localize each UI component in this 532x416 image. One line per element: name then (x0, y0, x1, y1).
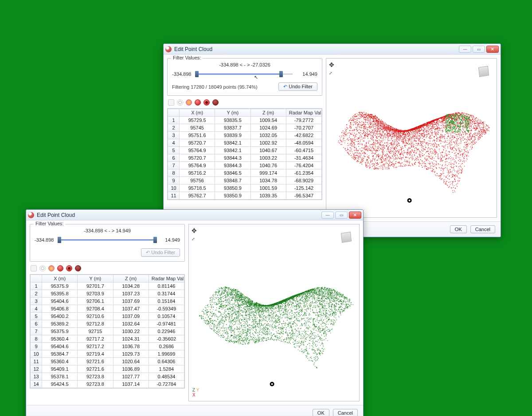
reset-icon[interactable] (48, 265, 55, 271)
minimize-button[interactable]: — (459, 46, 471, 53)
ok-button[interactable]: OK (450, 225, 467, 233)
undo-filter-button[interactable]: ↶ Undo Filter (278, 82, 317, 91)
table-row[interactable]: 195375.992701.71034.280.81146 (31, 283, 184, 290)
range-handle-high[interactable] (279, 71, 283, 77)
table-row[interactable]: 895716.293846.5999.174-61.2354 (168, 169, 322, 177)
column-header[interactable]: X (m) (42, 275, 78, 283)
range-handle-low[interactable] (195, 71, 199, 77)
column-header[interactable]: X (m) (180, 109, 215, 117)
table-row[interactable]: 1195762.793850.91039.35-96.5347 (168, 192, 322, 200)
cell: 92721.6 (78, 358, 113, 365)
cell: 92710.6 (78, 313, 113, 320)
table-row[interactable]: 695720.793844.31003.22-31.4634 (168, 154, 322, 162)
table-row[interactable]: 695389.292712.81032.64-0.97481 (31, 320, 184, 328)
cell: 93844.3 (215, 154, 250, 162)
ok-button[interactable]: OK (313, 409, 329, 416)
cell: 1037.69 (113, 298, 149, 305)
cell: 95720.7 (180, 154, 215, 162)
cell: 92712.8 (78, 320, 113, 328)
cell: 1029.73 (113, 350, 149, 358)
cancel-button[interactable]: Cancel (333, 409, 358, 416)
sphere-dark-icon[interactable] (75, 265, 81, 271)
axis-gizmo: Z Y X (192, 388, 199, 397)
table-row[interactable]: 1495424.592723.81037.14-0.72784 (31, 381, 184, 388)
viewport-3d[interactable]: ✥ ⤢ Z Y (326, 58, 497, 218)
range-min: -334.898 (35, 237, 57, 243)
table-row[interactable]: 99575693848.71034.78-68.9029 (168, 177, 322, 184)
maximize-button[interactable]: ▭ (335, 212, 348, 219)
point-table[interactable]: X (m)Y (m)Z (m)Radar Map Values195375.99… (30, 274, 185, 389)
range-slider[interactable]: -334.898 14.949 (35, 235, 180, 245)
copy-icon[interactable] (31, 265, 37, 271)
table-row[interactable]: 1095384.792719.41029.731.99699 (31, 350, 184, 358)
row-index: 9 (168, 177, 180, 184)
titlebar[interactable]: Edit Point Cloud — ▭ ✕ (164, 44, 501, 55)
table-row[interactable]: 295395.892703.91037.230.31744 (31, 290, 184, 298)
cell: -96.5347 (286, 192, 321, 200)
table-row[interactable]: 1095718.593850.91001.59-125.142 (168, 184, 322, 192)
undo-filter-button[interactable]: ↶ Undo Filter (141, 248, 180, 257)
cell: 0.64306 (149, 358, 184, 365)
table-row[interactable]: 395404.692706.11037.690.15184 (31, 298, 184, 305)
table-row[interactable]: 595764.993842.11040.67-60.4715 (168, 147, 322, 154)
sphere-red-icon[interactable] (195, 99, 201, 106)
sphere-solid-icon[interactable] (66, 265, 72, 271)
cell: -79.2772 (286, 117, 321, 124)
cell: 1036.89 (113, 365, 149, 373)
table-row[interactable]: 795375.9927151030.220.22946 (31, 328, 184, 335)
row-index: 1 (31, 283, 42, 290)
maximize-button[interactable]: ▭ (473, 46, 485, 53)
target-icon[interactable] (177, 99, 183, 106)
point-table[interactable]: X (m)Y (m)Z (m)Radar Map Values195729.59… (167, 108, 322, 200)
row-index: 5 (168, 147, 180, 154)
table-row[interactable]: 1295409.192721.61036.891.5284 (31, 365, 184, 373)
table-row[interactable]: 995404.692717.21036.780.2686 (31, 343, 184, 350)
cell: 1024.31 (113, 335, 149, 343)
row-index: 3 (31, 298, 42, 305)
column-header[interactable]: Z (m) (250, 109, 286, 117)
table-row[interactable]: 595400.292710.61037.090.10574 (31, 313, 184, 320)
minimize-button[interactable]: — (321, 212, 334, 219)
cell: 95762.7 (180, 192, 215, 200)
viewport-3d[interactable]: ✥ ⤢ Z Y X (188, 224, 360, 401)
row-index: 13 (31, 373, 42, 381)
table-row[interactable]: 1395378.192723.81027.770.48534 (31, 373, 184, 381)
table-row[interactable]: 29574593837.71024.69-70.2707 (168, 124, 322, 132)
close-button[interactable]: ✕ (486, 46, 499, 53)
row-index: 9 (31, 343, 42, 350)
table-row[interactable]: 1195360.492721.61020.640.64306 (31, 358, 184, 365)
cell: -60.4715 (286, 147, 321, 154)
row-index: 7 (31, 328, 42, 335)
range-fill (59, 239, 155, 240)
cell: 95764.9 (180, 147, 215, 154)
table-row[interactable]: 895360.492717.21024.31-0.35602 (31, 335, 184, 343)
sphere-dark-icon[interactable] (212, 99, 219, 106)
table-row[interactable]: 495720.793842.11002.92-48.0594 (168, 139, 322, 147)
titlebar[interactable]: Edit Point Cloud — ▭ ✕ (26, 210, 363, 220)
cell: 95360.4 (42, 358, 78, 365)
sphere-solid-icon[interactable] (203, 99, 210, 106)
cell: 92717.2 (78, 335, 113, 343)
column-header[interactable]: Y (m) (215, 109, 250, 117)
cell: 92706.1 (78, 298, 113, 305)
table-row[interactable]: 395751.693839.91032.05-42.6822 (168, 132, 322, 139)
column-header[interactable]: Y (m) (78, 275, 113, 283)
cell: 95395.8 (42, 290, 78, 298)
copy-icon[interactable] (168, 99, 174, 106)
range-handle-low[interactable] (58, 237, 61, 243)
row-index: 11 (168, 192, 180, 200)
table-row[interactable]: 795764.993844.31040.76-76.4204 (168, 162, 322, 169)
table-row[interactable]: 495406.892708.41037.47-0.59349 (31, 305, 184, 313)
range-handle-high[interactable] (153, 237, 157, 243)
range-slider[interactable]: -334.898 14.949 (172, 69, 317, 79)
table-row[interactable]: 195729.593835.51009.54-79.2772 (168, 117, 322, 124)
close-button[interactable]: ✕ (349, 212, 361, 219)
row-index: 2 (31, 290, 42, 298)
column-header[interactable]: Z (m) (113, 275, 149, 283)
sphere-red-icon[interactable] (57, 265, 63, 271)
target-icon[interactable] (39, 265, 46, 271)
cancel-button[interactable]: Cancel (470, 225, 495, 233)
column-header[interactable]: Radar Map Values (286, 109, 321, 117)
reset-icon[interactable] (186, 99, 192, 106)
column-header[interactable]: Radar Map Values (149, 275, 184, 283)
